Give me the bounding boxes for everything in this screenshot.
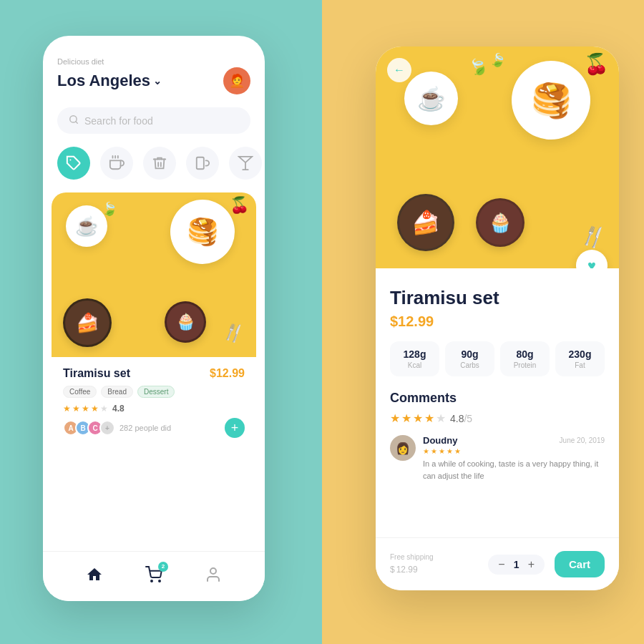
category-item-drinks[interactable] [100, 147, 133, 180]
bottom-nav: 2 [43, 551, 265, 601]
fork-decoration: 🍴 [220, 320, 248, 346]
phone-left: Delicious diet Los Angeles ⌄ 🧑‍🦰 Search … [43, 36, 265, 601]
comment-avatar: 👩 [390, 435, 416, 461]
cake-2: 🧁 [165, 301, 206, 343]
svg-point-8 [151, 580, 152, 582]
tag-bread: Bread [101, 386, 133, 398]
avatar[interactable]: 🧑‍🦰 [223, 67, 250, 94]
avatar-small-more: + [99, 420, 115, 436]
detail-fork: 🍴 [577, 221, 609, 252]
phone-right: ← 🍒 🍃 🍃 ☕ 🥞 🍰 🧁 🍴 ♥ Tiramisu set $12.99 … [376, 47, 619, 590]
detail-pancake: 🥞 [512, 61, 590, 140]
food-name: Tiramisu set [63, 367, 130, 380]
people-row: A B C + 282 people did + [63, 418, 245, 438]
tag-coffee: Coffee [63, 386, 97, 398]
back-button[interactable]: ← [387, 58, 411, 82]
nutrition-val-protein: 80g [504, 348, 545, 360]
cart-button[interactable]: Cart [555, 551, 605, 577]
detail-cherry-decoration: 🍒 [584, 52, 609, 76]
svg-point-10 [210, 568, 216, 574]
detail-leaf-2: 🍃 [489, 51, 507, 69]
nutrition-val-carbs: 90g [449, 348, 490, 360]
svg-point-9 [159, 580, 160, 582]
nutrition-fat: 230g Fat [555, 341, 605, 376]
rating-number: 4.8 [112, 404, 125, 414]
nutrition-label-fat: Fat [560, 361, 600, 369]
comment-text: In a while of cooking, taste is a very h… [423, 458, 605, 482]
location-title[interactable]: Los Angeles ⌄ [57, 72, 162, 90]
food-price: $12.99 [210, 367, 245, 380]
location-text: Los Angeles [57, 72, 150, 90]
coffee-plate: ☕ [66, 205, 107, 247]
nutrition-val-fat: 230g [560, 348, 600, 360]
nutrition-protein: 80g Protein [500, 341, 550, 376]
detail-rating-row: ★ ★ ★ ★ ★ 4.8/5 [390, 411, 605, 425]
nutrition-kcal: 128g Kcal [390, 341, 439, 376]
price-value: 12.99 [396, 565, 418, 575]
search-bar[interactable]: Search for food [57, 107, 250, 134]
nutrition-label-carbs: Carbs [449, 361, 490, 369]
nutrition-row: 128g Kcal 90g Carbs 80g Protein 230g Fat [390, 341, 605, 376]
food-image: 🍒 🍃 ☕ 🥞 🍰 🧁 🍴 [52, 192, 256, 357]
category-item-trash[interactable] [143, 147, 176, 180]
bottom-price: $12.99 [390, 561, 478, 576]
detail-stars: ★ ★ ★ ★ ★ [390, 411, 446, 425]
pancake-plate: 🥞 [170, 200, 235, 264]
header-location-row: Los Angeles ⌄ 🧑‍🦰 [57, 67, 250, 94]
add-button[interactable]: + [225, 418, 245, 438]
location-chevron-icon: ⌄ [153, 75, 162, 87]
svg-line-1 [76, 122, 78, 124]
detail-rating-number: 4.8/5 [450, 413, 472, 424]
avatars-small: A B C + [63, 420, 115, 436]
tag-dessert: Dessert [137, 386, 175, 398]
cake-1: 🍰 [63, 298, 112, 347]
comment-header: Doudny June 20, 2019 [423, 435, 605, 446]
category-item-tags[interactable] [57, 147, 90, 180]
qty-minus-button[interactable]: − [498, 559, 504, 570]
detail-cake-2: 🧁 [476, 198, 525, 247]
nav-profile-icon[interactable] [205, 566, 222, 587]
favorite-button[interactable]: ♥ [576, 250, 608, 268]
food-tags: Coffee Bread Dessert [63, 386, 245, 398]
category-item-cocktail[interactable] [229, 147, 262, 180]
qty-value: 1 [512, 559, 521, 570]
food-card: 🍒 🍃 ☕ 🥞 🍰 🧁 🍴 Tiramisu set $12.99 Coffee… [52, 192, 256, 449]
detail-image: ← 🍒 🍃 🍃 ☕ 🥞 🍰 🧁 🍴 ♥ [376, 47, 619, 268]
comments-section-title: Comments [390, 391, 605, 406]
qty-plus-button[interactable]: + [528, 559, 535, 570]
nutrition-label-kcal: Kcal [394, 361, 435, 369]
category-item-beverage[interactable] [186, 147, 219, 180]
header-subtitle: Delicious diet [57, 57, 250, 66]
comment-body: Doudny June 20, 2019 ★★★★★ In a while of… [423, 435, 605, 482]
detail-title: Tiramisu set [390, 287, 605, 309]
detail-content: Tiramisu set $12.99 128g Kcal 90g Carbs … [376, 268, 619, 482]
nutrition-val-kcal: 128g [394, 348, 435, 360]
cart-badge: 2 [158, 562, 168, 572]
comment-author: Doudny [423, 435, 457, 446]
nav-cart-icon[interactable]: 2 [145, 566, 162, 587]
svg-rect-6 [197, 157, 204, 170]
cherry-decoration: 🍒 [230, 196, 249, 215]
comment-date: June 20, 2019 [560, 436, 605, 444]
search-placeholder: Search for food [84, 115, 153, 127]
rating-row: ★★★★★ 4.8 [63, 404, 245, 414]
detail-cake-1: 🍰 [397, 194, 454, 251]
price-section: Free shipping $12.99 [390, 553, 478, 576]
stars: ★★★★★ [63, 404, 108, 414]
category-row [57, 147, 250, 180]
food-info: Tiramisu set $12.99 Coffee Bread Dessert… [52, 357, 256, 449]
bottom-action-bar: Free shipping $12.99 − 1 + Cart [376, 537, 619, 590]
detail-coffee: ☕ [404, 72, 458, 125]
people-count: 282 people did [119, 424, 171, 432]
nav-home-icon[interactable] [86, 566, 103, 587]
svg-marker-7 [239, 157, 252, 162]
comment-card: 👩 Doudny June 20, 2019 ★★★★★ In a while … [390, 435, 605, 482]
currency-symbol: $ [390, 565, 395, 575]
nutrition-label-protein: Protein [504, 361, 545, 369]
detail-leaf-1: 🍃 [466, 55, 490, 79]
nutrition-carbs: 90g Carbs [445, 341, 494, 376]
comment-stars: ★★★★★ [423, 447, 605, 455]
avatar-emoji: 🧑‍🦰 [229, 73, 245, 89]
free-shipping-label: Free shipping [390, 553, 478, 561]
detail-price: $12.99 [390, 313, 605, 330]
